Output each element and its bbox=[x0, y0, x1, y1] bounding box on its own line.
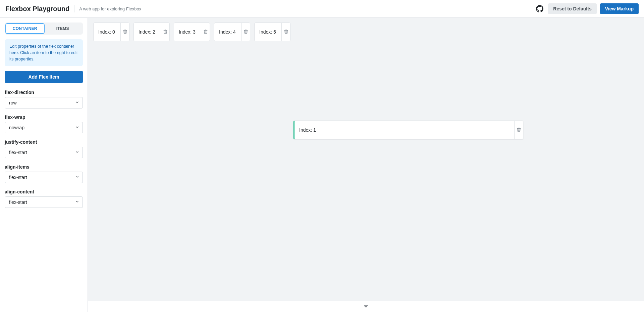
trash-icon bbox=[123, 29, 127, 35]
flex-item[interactable]: Index: 0 bbox=[93, 23, 129, 41]
flex-item-label: Index: 0 bbox=[94, 29, 120, 35]
flex-canvas[interactable]: Index: 0Index: 2Index: 3Index: 4Index: 5… bbox=[88, 18, 644, 301]
header-left: Flexbox Playground A web app for explori… bbox=[5, 5, 141, 13]
delete-item-button[interactable] bbox=[120, 23, 129, 41]
select-wrap: flex-start bbox=[5, 196, 83, 208]
select-align-content[interactable]: flex-start bbox=[5, 196, 83, 208]
flex-item-label: Index: 4 bbox=[214, 29, 240, 35]
trash-icon bbox=[517, 127, 521, 133]
delete-item-button[interactable] bbox=[514, 121, 523, 139]
github-icon bbox=[536, 5, 543, 12]
github-link[interactable] bbox=[535, 4, 545, 14]
sidebar-info: Edit properties of the flex container he… bbox=[5, 39, 83, 66]
flex-item[interactable]: Index: 2 bbox=[133, 23, 170, 41]
reset-button[interactable]: Reset to Defaults bbox=[548, 3, 596, 14]
header-right: Reset to Defaults View Markup bbox=[535, 3, 639, 14]
flex-item[interactable]: Index: 5 bbox=[254, 23, 290, 41]
tab-container[interactable]: CONTAINER bbox=[6, 24, 44, 33]
select-wrap: row bbox=[5, 97, 83, 108]
add-flex-item-button[interactable]: Add Flex Item bbox=[5, 71, 83, 83]
select-flex-wrap[interactable]: nowrap bbox=[5, 122, 83, 133]
flex-item[interactable]: Index: 3 bbox=[174, 23, 210, 41]
canvas-column: Index: 0Index: 2Index: 3Index: 4Index: 5… bbox=[88, 18, 644, 312]
delete-item-button[interactable] bbox=[241, 23, 250, 41]
sidebar-tabs: CONTAINER ITEMS bbox=[5, 23, 83, 35]
delete-item-button[interactable] bbox=[161, 23, 169, 41]
select-wrap: flex-start bbox=[5, 172, 83, 183]
flex-item-label: Index: 1 bbox=[294, 127, 321, 133]
field-label: justify-content bbox=[5, 139, 83, 145]
select-wrap: flex-start bbox=[5, 147, 83, 158]
trash-icon bbox=[203, 29, 208, 35]
canvas-footer bbox=[88, 301, 644, 312]
field-label: flex-wrap bbox=[5, 115, 83, 120]
trash-icon bbox=[163, 29, 168, 35]
field-flex-direction: flex-directionrow bbox=[5, 90, 83, 108]
flex-item-label: Index: 3 bbox=[174, 29, 200, 35]
select-flex-direction[interactable]: row bbox=[5, 97, 83, 108]
field-flex-wrap: flex-wrapnowrap bbox=[5, 115, 83, 133]
tab-items[interactable]: ITEMS bbox=[44, 24, 82, 33]
field-label: align-items bbox=[5, 164, 83, 170]
select-align-items[interactable]: flex-start bbox=[5, 172, 83, 183]
flex-item[interactable]: Index: 4 bbox=[214, 23, 250, 41]
app-title: Flexbox Playground bbox=[5, 5, 69, 13]
field-label: align-content bbox=[5, 189, 83, 194]
app-tagline: A web app for exploring Flexbox bbox=[79, 6, 141, 11]
flex-item-label: Index: 2 bbox=[134, 29, 160, 35]
select-wrap: nowrap bbox=[5, 122, 83, 133]
flex-item[interactable]: Index: 1 bbox=[293, 121, 523, 139]
resize-handle-icon[interactable] bbox=[363, 304, 369, 309]
field-justify-content: justify-contentflex-start bbox=[5, 139, 83, 158]
select-justify-content[interactable]: flex-start bbox=[5, 147, 83, 158]
trash-icon bbox=[244, 29, 248, 35]
app-header: Flexbox Playground A web app for explori… bbox=[0, 0, 644, 18]
field-align-content: align-contentflex-start bbox=[5, 189, 83, 208]
flex-item-label: Index: 5 bbox=[255, 29, 281, 35]
header-divider bbox=[74, 5, 74, 12]
view-markup-button[interactable]: View Markup bbox=[600, 3, 639, 14]
field-align-items: align-itemsflex-start bbox=[5, 164, 83, 183]
delete-item-button[interactable] bbox=[281, 23, 290, 41]
delete-item-button[interactable] bbox=[201, 23, 210, 41]
trash-icon bbox=[284, 29, 288, 35]
app-root: Flexbox Playground A web app for explori… bbox=[0, 0, 644, 312]
sidebar[interactable]: CONTAINER ITEMS Edit properties of the f… bbox=[0, 18, 88, 312]
field-label: flex-direction bbox=[5, 90, 83, 95]
app-body: CONTAINER ITEMS Edit properties of the f… bbox=[0, 18, 644, 312]
